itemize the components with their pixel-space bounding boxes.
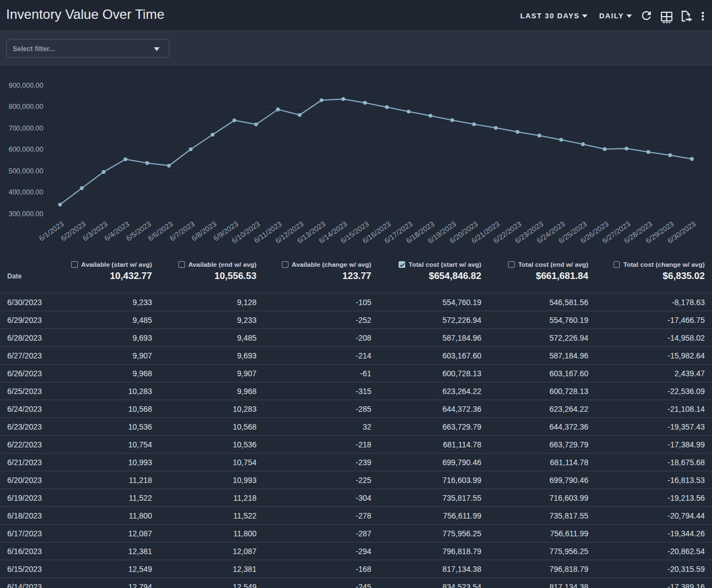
svg-text:900,000.00: 900,000.00 [8,82,43,89]
svg-text:700,000.00: 700,000.00 [8,124,43,132]
svg-text:800,000.00: 800,000.00 [8,103,43,111]
svg-text:600,000.00: 600,000.00 [8,146,43,153]
svg-text:400,000.00: 400,000.00 [8,188,43,196]
svg-text:300,000.00: 300,000.00 [8,210,43,218]
svg-text:500,000.00: 500,000.00 [8,167,43,175]
